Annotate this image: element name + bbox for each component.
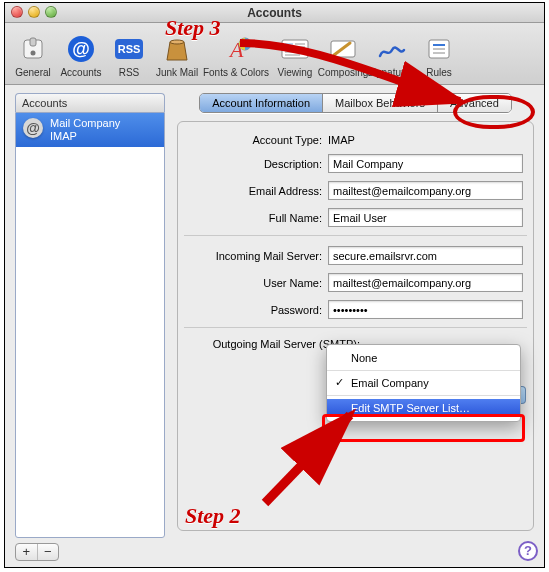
email-input[interactable]: [328, 181, 523, 200]
account-protocol: IMAP: [50, 130, 77, 142]
rules-icon: [423, 33, 455, 65]
viewing-icon: [279, 33, 311, 65]
signatures-icon: [375, 33, 407, 65]
toolbar-label: Rules: [426, 67, 452, 78]
password-label: Password:: [188, 304, 328, 316]
incoming-label: Incoming Mail Server:: [188, 250, 328, 262]
toolbar-rss[interactable]: RSS RSS: [105, 24, 153, 80]
svg-rect-11: [285, 43, 293, 49]
add-account-button[interactable]: +: [16, 544, 37, 560]
svg-text:RSS: RSS: [118, 43, 141, 55]
accounts-sidebar-group: Accounts @ Mail Company IMAP: [15, 93, 165, 539]
titlebar: Accounts: [5, 3, 544, 23]
account-type-value: IMAP: [328, 134, 523, 146]
toolbar-label: Viewing: [278, 67, 313, 78]
smtp-menu-selected[interactable]: Email Company: [327, 374, 520, 392]
at-icon: @: [65, 33, 97, 65]
separator: [184, 327, 527, 328]
traffic-lights: [11, 6, 57, 18]
toolbar-label: Signatures: [367, 67, 415, 78]
svg-point-2: [31, 51, 36, 56]
fullname-label: Full Name:: [188, 212, 328, 224]
toolbar-label: Junk Mail: [156, 67, 198, 78]
account-tabs: Account Information Mailbox Behaviors Ad…: [199, 93, 512, 113]
sidebar-heading: Accounts: [15, 93, 165, 112]
account-info-form: Account Type: IMAP Description: Email Ad…: [177, 121, 534, 531]
toolbar-viewing[interactable]: Viewing: [271, 24, 319, 80]
password-input[interactable]: [328, 300, 523, 319]
window-body: Accounts @ Mail Company IMAP + − Accoun: [5, 85, 544, 567]
smtp-menu-none[interactable]: None: [327, 349, 520, 367]
account-item-text: Mail Company IMAP: [50, 117, 120, 143]
minimize-window-button[interactable]: [28, 6, 40, 18]
at-icon: @: [22, 117, 44, 139]
description-label: Description:: [188, 158, 328, 170]
toolbar-signatures[interactable]: Signatures: [367, 24, 415, 80]
toolbar-composing[interactable]: Composing: [319, 24, 367, 80]
svg-text:@: @: [26, 120, 40, 136]
close-window-button[interactable]: [11, 6, 23, 18]
toolbar-label: Fonts & Colors: [203, 67, 269, 78]
accounts-list[interactable]: @ Mail Company IMAP: [15, 112, 165, 538]
toolbar-label: Composing: [318, 67, 369, 78]
window-frame: Accounts General @ Accounts RSS RSS Junk…: [4, 2, 545, 568]
switch-icon: [17, 33, 49, 65]
window-title: Accounts: [5, 3, 544, 23]
zoom-window-button[interactable]: [45, 6, 57, 18]
svg-point-7: [170, 40, 184, 44]
remove-account-button[interactable]: −: [37, 544, 59, 560]
composing-icon: [327, 33, 359, 65]
tab-mailbox-behaviors[interactable]: Mailbox Behaviors: [322, 94, 437, 112]
account-name: Mail Company: [50, 117, 120, 129]
junkmail-icon: [161, 33, 193, 65]
username-input[interactable]: [328, 273, 523, 292]
tab-advanced[interactable]: Advanced: [437, 94, 511, 112]
toolbar-general[interactable]: General: [9, 24, 57, 80]
svg-rect-1: [30, 38, 36, 46]
fonts-icon: A: [220, 33, 252, 65]
incoming-server-input[interactable]: [328, 246, 523, 265]
help-button[interactable]: ?: [518, 541, 538, 561]
account-detail-pane: Account Information Mailbox Behaviors Ad…: [177, 93, 534, 557]
preferences-toolbar: General @ Accounts RSS RSS Junk Mail A F…: [5, 23, 544, 85]
menu-separator: [327, 370, 520, 371]
toolbar-fonts-colors[interactable]: A Fonts & Colors: [201, 24, 271, 80]
fullname-input[interactable]: [328, 208, 523, 227]
description-input[interactable]: [328, 154, 523, 173]
username-label: User Name:: [188, 277, 328, 289]
svg-text:@: @: [72, 39, 90, 59]
toolbar-rules[interactable]: Rules: [415, 24, 463, 80]
separator: [184, 235, 527, 236]
toolbar-label: General: [15, 67, 51, 78]
toolbar-accounts[interactable]: @ Accounts: [57, 24, 105, 80]
account-type-label: Account Type:: [188, 134, 328, 146]
rss-icon: RSS: [113, 33, 145, 65]
toolbar-junkmail[interactable]: Junk Mail: [153, 24, 201, 80]
smtp-dropdown-menu: None Email Company Edit SMTP Server List…: [326, 344, 521, 422]
add-remove-bar: + −: [15, 543, 59, 561]
account-item[interactable]: @ Mail Company IMAP: [16, 113, 164, 147]
smtp-menu-edit-list[interactable]: Edit SMTP Server List…: [327, 399, 520, 417]
toolbar-label: Accounts: [60, 67, 101, 78]
menu-separator: [327, 395, 520, 396]
toolbar-label: RSS: [119, 67, 140, 78]
tab-account-information[interactable]: Account Information: [200, 94, 322, 112]
email-label: Email Address:: [188, 185, 328, 197]
